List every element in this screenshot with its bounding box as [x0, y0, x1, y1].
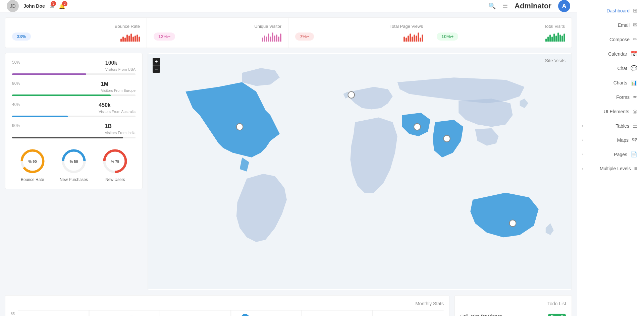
sidebar-icon-10: 📄 [631, 151, 637, 157]
progress-bg-0 [12, 73, 136, 75]
avatar: JD [7, 0, 19, 12]
stat-card-1: Unique Visitor12%~ [147, 18, 288, 48]
stat-badge-3: 10%+ [437, 33, 458, 41]
todo-items: Call John for Dinner Days 2 Book Boss Fl… [460, 310, 566, 316]
sidebar-icon-0: ⊞ [633, 7, 637, 14]
visitor-percent-1: 80% [12, 81, 20, 93]
sidebar-item-email[interactable]: Email✉ [577, 18, 644, 32]
donut-text-0: % 90 [28, 160, 37, 164]
svg-point-7 [236, 124, 243, 130]
svg-point-9 [414, 124, 421, 130]
stat-badge-2: 7%~ [295, 33, 314, 41]
todo-tag-0: Days 2 [548, 314, 566, 316]
sidebar-item-maps[interactable]: ›Maps🗺 [577, 133, 644, 147]
sidebar-item-charts[interactable]: Charts📊 [577, 75, 644, 90]
map-zoom-controls: + − [153, 58, 160, 73]
svg-point-10 [443, 135, 450, 142]
visitor-percent-0: 50% [12, 60, 20, 72]
sidebar-label-5: Charts [613, 80, 627, 85]
bottom-section: Monthly Stats 85 80 75 70 [0, 295, 577, 316]
menu-icon[interactable]: ☰ [502, 2, 508, 10]
map-zoom-out[interactable]: − [153, 65, 160, 73]
visitor-value-0: 100k [105, 60, 117, 66]
bell-icon-wrap[interactable]: 🔔 3 [59, 3, 65, 9]
visitor-label-0: Visitors From USA [105, 67, 136, 71]
sidebar-icon-2: ✏ [633, 36, 637, 43]
sidebar-item-ui-elements[interactable]: UI Elements◎ [577, 104, 644, 119]
sidebar-item-calendar[interactable]: Calendar📅 [577, 47, 644, 61]
svg-point-16 [242, 314, 248, 316]
mail-badge: 3 [51, 1, 56, 6]
stat-cards: Bounce Rate33%Unique Visitor12%~Total Pa… [5, 17, 572, 48]
mini-chart-2 [404, 31, 423, 42]
stat-badge-0: 33% [12, 33, 31, 41]
sidebar-item-compose[interactable]: Compose✏ [577, 32, 644, 47]
donut-label-2: New Users [105, 177, 125, 182]
stat-badge-1: 12%~ [154, 33, 175, 41]
visitor-percent-3: 90% [12, 123, 20, 135]
donut-item-1: % 50 New Purchases [60, 148, 88, 182]
sidebar-label-6: Forms [616, 94, 630, 100]
visitor-value-1: 1M [101, 81, 108, 87]
bell-badge: 3 [62, 1, 67, 6]
mini-chart-0 [120, 31, 140, 42]
user-name: John Doe [23, 3, 45, 9]
sidebar-icon-7: ◎ [633, 108, 637, 115]
sidebar-item-pages[interactable]: ›Pages📄 [577, 147, 644, 162]
sidebar-item-forms[interactable]: Forms✒ [577, 90, 644, 104]
left-panel: 50% 100kVisitors From USA 80% 1MVisitors… [5, 53, 143, 290]
y-label-85: 85 [11, 312, 15, 316]
donut-label-0: Bounce Rate [21, 177, 44, 182]
visitor-label-1: Visitors From Europe [101, 88, 136, 92]
stat-card-title-2: Total Page Views [390, 24, 423, 29]
stat-card-title-0: Bounce Rate [115, 24, 140, 29]
progress-fill-1 [12, 94, 111, 96]
map-zoom-in[interactable]: + [153, 58, 160, 65]
mail-icon-wrap[interactable]: ✉ 3 [50, 3, 54, 9]
sidebar-label-8: Tables [616, 123, 629, 129]
chevron-icon: › [582, 167, 583, 171]
sidebar-icon-1: ✉ [633, 22, 637, 28]
svg-point-11 [509, 220, 516, 227]
visitor-label-3: Visitors From India [105, 131, 136, 135]
visitor-row-0: 50% 100kVisitors From USA [12, 60, 136, 75]
donut-label-1: New Purchases [60, 177, 88, 182]
sidebar-icon-9: 🗺 [632, 137, 637, 143]
mini-chart-3 [545, 31, 565, 42]
sidebar-label-3: Calendar [608, 51, 627, 57]
brand-name: Adminator [515, 2, 551, 10]
sidebar-label-9: Maps [617, 137, 629, 143]
sidebar-item-tables[interactable]: ›Tables☰ [577, 119, 644, 133]
map-title: Site Visits [545, 58, 566, 63]
sidebar-item-multiple-levels[interactable]: ›Multiple Levels≡ [577, 162, 644, 176]
sidebar-label-1: Email [618, 22, 630, 28]
content-area: 50% 100kVisitors From USA 80% 1MVisitors… [0, 48, 577, 295]
search-icon[interactable]: 🔍 [488, 2, 496, 10]
sidebar-label-2: Compose [609, 37, 630, 42]
stat-card-title-3: Total Visits [544, 24, 565, 29]
progress-bg-2 [12, 116, 136, 117]
donuts-row: % 90 Bounce Rate % 50 New Purchases % 75… [12, 144, 136, 182]
topbar-right: 🔍 ☰ Adminator A [488, 0, 570, 12]
monthly-stats-title: Monthly Stats [11, 301, 444, 306]
stat-card-2: Total Page Views7%~ [288, 18, 430, 48]
sidebar-item-dashboard[interactable]: Dashboard⊞ [577, 3, 644, 18]
mini-chart-1 [262, 31, 281, 42]
donut-text-1: % 50 [69, 160, 78, 164]
donut-svg-1: % 50 [60, 148, 87, 175]
progress-bg-3 [12, 137, 136, 138]
donut-item-0: % 90 Bounce Rate [19, 148, 46, 182]
sidebar-icon-3: 📅 [631, 51, 637, 57]
visitor-value-3: 1B [105, 123, 112, 129]
sidebar-icon-6: ✒ [633, 94, 637, 100]
world-map [148, 53, 572, 290]
todo-panel: Todo List Call John for Dinner Days 2 Bo… [454, 295, 572, 316]
sidebar: Dashboard⊞Email✉Compose✏Calendar📅Chat💬Ch… [577, 0, 644, 316]
map-panel: Site Visits + − [148, 53, 572, 290]
brand-logo: A [558, 0, 570, 12]
visitor-label-2: Visitors From Australia [99, 110, 136, 114]
todo-text-0: Call John for Dinner [460, 314, 502, 316]
progress-fill-0 [12, 73, 86, 75]
progress-fill-3 [12, 137, 123, 138]
sidebar-item-chat[interactable]: Chat💬 [577, 61, 644, 75]
